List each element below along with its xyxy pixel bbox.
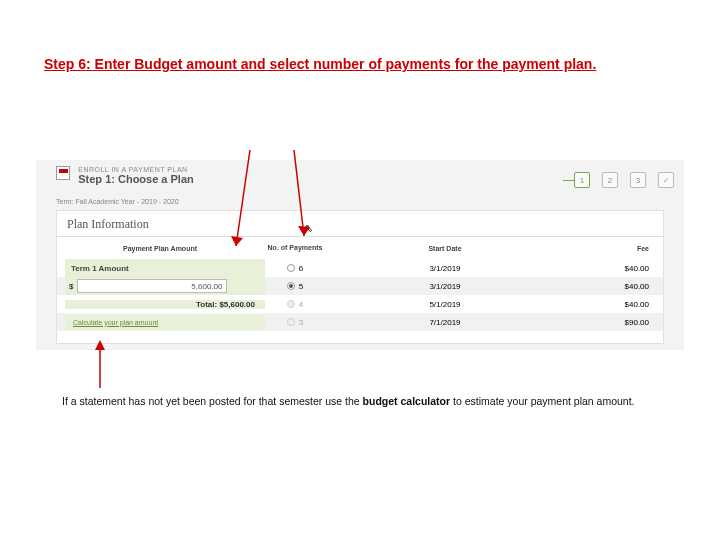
date-0: 3/1/2019 [325, 264, 565, 273]
fee-3: $90.00 [565, 318, 655, 327]
term1-amount-input[interactable] [77, 279, 227, 293]
radio-6[interactable] [287, 264, 295, 272]
plan-table: Payment Plan Amount No. of Payments Star… [57, 237, 663, 331]
bottom-note: If a statement has not yet been posted f… [62, 395, 662, 409]
hdr-start: Start Date [325, 245, 565, 252]
table-row: Total: $5,600.00 4 5/1/2019 $40.00 [57, 295, 663, 313]
note-suffix: to estimate your payment plan amount. [450, 395, 634, 407]
calendar-icon [56, 166, 70, 180]
wizard-steps: 1 2 3 ✓ [574, 172, 674, 188]
screenshot-embed: ENROLL IN A PAYMENT PLAN Step 1: Choose … [36, 160, 684, 350]
hdr-payments: No. of Payments [265, 244, 325, 252]
enroll-heading: Step 1: Choose a Plan [78, 173, 194, 185]
fee-2: $40.00 [565, 300, 655, 309]
date-2: 5/1/2019 [325, 300, 565, 309]
wizard-step-3[interactable]: 3 [630, 172, 646, 188]
panel-title: Plan Information [57, 211, 663, 237]
currency-symbol: $ [65, 282, 73, 291]
payments-3: 3 [299, 318, 303, 327]
plan-panel: Plan Information Payment Plan Amount No.… [56, 210, 664, 344]
calculate-link[interactable]: Calculate your plan amount [65, 315, 166, 330]
hdr-amount: Payment Plan Amount [65, 245, 265, 252]
table-header: Payment Plan Amount No. of Payments Star… [57, 237, 663, 259]
radio-5[interactable] [287, 282, 295, 290]
table-row: Calculate your plan amount 3 7/1/2019 $9… [57, 313, 663, 331]
payments-4: 4 [299, 300, 303, 309]
payments-5: 5 [299, 282, 303, 291]
term-line: Term: Fall Academic Year - 2019 - 2020 [56, 198, 179, 205]
fee-1: $40.00 [565, 282, 655, 291]
radio-4[interactable] [287, 300, 295, 308]
date-1: 3/1/2019 [325, 282, 565, 291]
table-row: $ 5 3/1/2019 $40.00 [57, 277, 663, 295]
note-bold: budget calculator [363, 395, 451, 407]
enroll-header: ENROLL IN A PAYMENT PLAN Step 1: Choose … [56, 166, 194, 185]
hdr-fee: Fee [565, 245, 655, 252]
fee-0: $40.00 [565, 264, 655, 273]
radio-3[interactable] [287, 318, 295, 326]
date-3: 7/1/2019 [325, 318, 565, 327]
total-label: Total: $5,600.00 [65, 300, 265, 309]
payments-6: 6 [299, 264, 303, 273]
term1-label: Term 1 Amount [65, 264, 129, 273]
wizard-step-done[interactable]: ✓ [658, 172, 674, 188]
note-prefix: If a statement has not yet been posted f… [62, 395, 363, 407]
wizard-step-2[interactable]: 2 [602, 172, 618, 188]
enroll-eyebrow: ENROLL IN A PAYMENT PLAN [78, 166, 194, 173]
wizard-step-1[interactable]: 1 [574, 172, 590, 188]
table-row: Term 1 Amount 6 3/1/2019 $40.00 [57, 259, 663, 277]
step-title: Step 6: Enter Budget amount and select n… [44, 55, 664, 73]
